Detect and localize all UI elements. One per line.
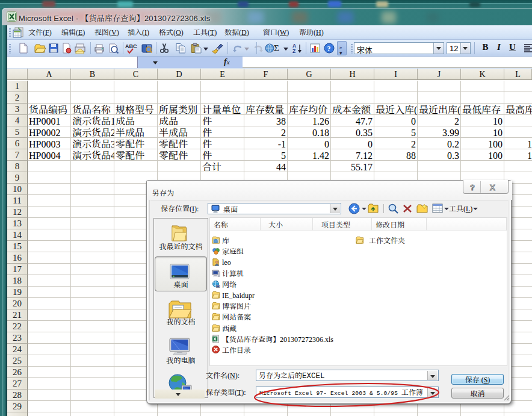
svg-text:ABC: ABC <box>125 43 137 49</box>
svg-text:?: ? <box>327 45 331 53</box>
svg-text:Σ: Σ <box>274 43 279 53</box>
svg-text:Z: Z <box>292 48 295 54</box>
